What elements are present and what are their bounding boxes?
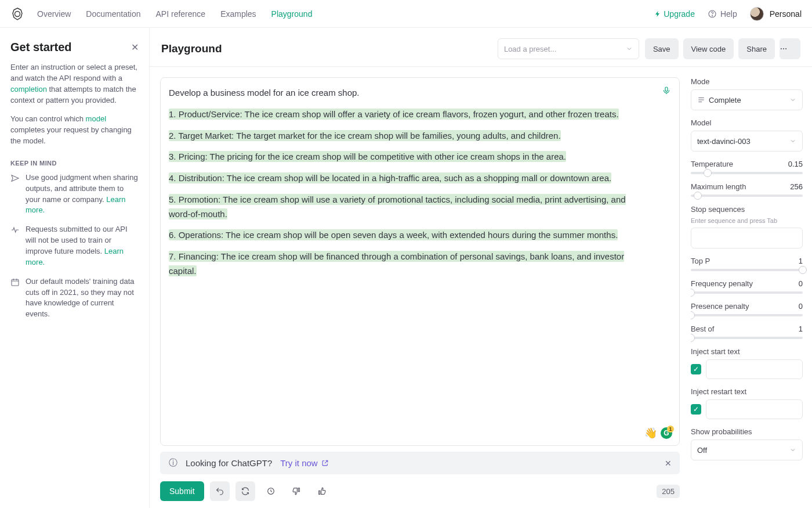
inject-restart-input[interactable]	[706, 399, 803, 419]
stop-sequences-input[interactable]	[691, 228, 803, 248]
frequency-penalty-value: 0	[799, 279, 803, 288]
presence-penalty-slider[interactable]	[691, 314, 803, 316]
thumbs-down-icon	[292, 487, 301, 496]
show-probabilities-select[interactable]: Off	[691, 439, 803, 460]
svg-point-2	[712, 15, 712, 16]
temperature-value: 0.15	[788, 160, 803, 168]
svg-point-4	[781, 48, 782, 49]
nav-links: Overview Documentation API reference Exa…	[37, 9, 312, 19]
completion-line: 1. Product/Service: The ice cream shop w…	[169, 109, 619, 120]
account-label: Personal	[770, 9, 802, 19]
svg-point-0	[15, 11, 20, 16]
share-button[interactable]: Share	[738, 38, 775, 59]
nav-overview[interactable]: Overview	[37, 9, 71, 19]
sidebar-model-note: You can control which model completes yo…	[10, 114, 139, 147]
close-icon[interactable]: ✕	[665, 459, 672, 468]
tip-item: Our default models' training data cuts o…	[10, 276, 139, 320]
best-of-slider[interactable]	[691, 337, 803, 339]
show-probabilities-label: Show probabilities	[691, 427, 803, 436]
nav-playground[interactable]: Playground	[271, 9, 313, 19]
save-button[interactable]: Save	[645, 38, 679, 59]
completion-line: 5. Promotion: The ice cream shop will us…	[169, 194, 626, 219]
top-nav: Overview Documentation API reference Exa…	[0, 0, 812, 28]
stop-sequences-label: Stop sequences	[691, 205, 803, 214]
tip-item: Use good judgment when sharing outputs, …	[10, 172, 139, 216]
close-icon[interactable]: ✕	[131, 42, 139, 53]
inject-start-input[interactable]	[706, 359, 803, 379]
temperature-slider[interactable]	[691, 172, 803, 174]
max-length-slider[interactable]	[691, 194, 803, 197]
inject-restart-label: Inject restart text	[691, 387, 803, 396]
chatgpt-banner-text: Looking for ChatGPT?	[186, 458, 272, 468]
avatar	[750, 7, 764, 21]
prompt-text: Develop a business model for an ice crea…	[169, 86, 633, 100]
completion-line: 4. Distribution: The ice cream shop will…	[169, 172, 611, 183]
activity-icon	[10, 225, 20, 268]
page-title: Playground	[161, 42, 222, 55]
regenerate-button[interactable]	[235, 481, 255, 501]
try-chatgpt-link[interactable]: Try it now	[280, 458, 328, 468]
refresh-icon	[241, 487, 250, 496]
more-button[interactable]	[780, 38, 800, 59]
undo-button[interactable]	[210, 481, 230, 501]
chevron-down-icon	[789, 96, 796, 103]
help-icon	[708, 9, 717, 19]
calendar-icon	[10, 278, 20, 320]
model-label: Model	[691, 118, 803, 127]
chatgpt-banner: ⓘ Looking for ChatGPT? Try it now ✕	[160, 452, 680, 474]
frequency-penalty-label: Frequency penalty	[691, 279, 753, 288]
svg-rect-7	[665, 87, 668, 91]
preset-placeholder: Load a preset...	[504, 45, 556, 53]
frequency-penalty-slider[interactable]	[691, 291, 803, 294]
microphone-icon[interactable]	[662, 86, 671, 95]
upgrade-link[interactable]: Upgrade	[654, 9, 695, 19]
keep-in-mind-heading: KEEP IN MIND	[10, 160, 139, 167]
thumbs-down-button[interactable]	[287, 481, 306, 501]
completion-line: 2. Target Market: The target market for …	[169, 130, 561, 141]
view-code-button[interactable]: View code	[683, 38, 734, 59]
chevron-down-icon	[789, 446, 796, 453]
editor[interactable]: Develop a business model for an ice crea…	[160, 77, 680, 446]
best-of-value: 1	[799, 325, 803, 333]
max-length-value: 256	[790, 182, 803, 191]
send-icon	[10, 174, 20, 216]
submit-button[interactable]: Submit	[160, 481, 204, 501]
thumbs-up-button[interactable]	[312, 481, 332, 501]
preset-select[interactable]: Load a preset...	[498, 38, 639, 59]
model-select[interactable]: text-davinci-003	[691, 131, 803, 152]
presence-penalty-label: Presence penalty	[691, 302, 749, 311]
wave-emoji-icon[interactable]: 👋	[644, 427, 657, 439]
top-p-slider[interactable]	[691, 269, 803, 271]
history-button[interactable]	[261, 481, 281, 501]
nav-documentation[interactable]: Documentation	[86, 9, 140, 19]
best-of-label: Best of	[691, 325, 714, 333]
nav-right: Upgrade Help Personal	[654, 7, 802, 21]
history-icon	[266, 487, 276, 496]
inject-start-checkbox[interactable]: ✓	[691, 364, 701, 374]
bolt-icon	[654, 10, 661, 17]
tip-item: Requests submitted to our API will not b…	[10, 224, 139, 268]
main-header: Playground Load a preset... Save View co…	[150, 28, 812, 67]
undo-icon	[215, 487, 224, 496]
lines-icon	[697, 96, 705, 104]
completion-link[interactable]: completion	[10, 85, 47, 93]
sidebar-title: Get started	[10, 41, 72, 54]
nav-examples[interactable]: Examples	[220, 9, 256, 19]
max-length-label: Maximum length	[691, 182, 746, 191]
stop-sequences-hint: Enter sequence and press Tab	[691, 217, 803, 224]
completion-line: 6. Operations: The ice cream shop will b…	[169, 229, 618, 240]
nav-api-reference[interactable]: API reference	[156, 9, 206, 19]
inject-restart-checkbox[interactable]: ✓	[691, 404, 701, 415]
openai-logo-icon	[10, 7, 24, 21]
thumbs-up-icon	[317, 487, 327, 496]
help-link[interactable]: Help	[708, 9, 737, 19]
mode-select[interactable]: Complete	[691, 89, 803, 110]
model-link[interactable]: model	[86, 114, 106, 123]
completion-line: 7. Financing: The ice cream shop will be…	[169, 251, 624, 276]
temperature-label: Temperature	[691, 160, 733, 168]
bottom-toolbar: Submit 205	[160, 481, 680, 501]
completion-line: 3. Pricing: The pricing for the ice crea…	[169, 151, 566, 162]
account-menu[interactable]: Personal	[750, 7, 802, 21]
grammarly-icon[interactable]: G1	[661, 427, 672, 439]
token-count: 205	[657, 485, 680, 498]
